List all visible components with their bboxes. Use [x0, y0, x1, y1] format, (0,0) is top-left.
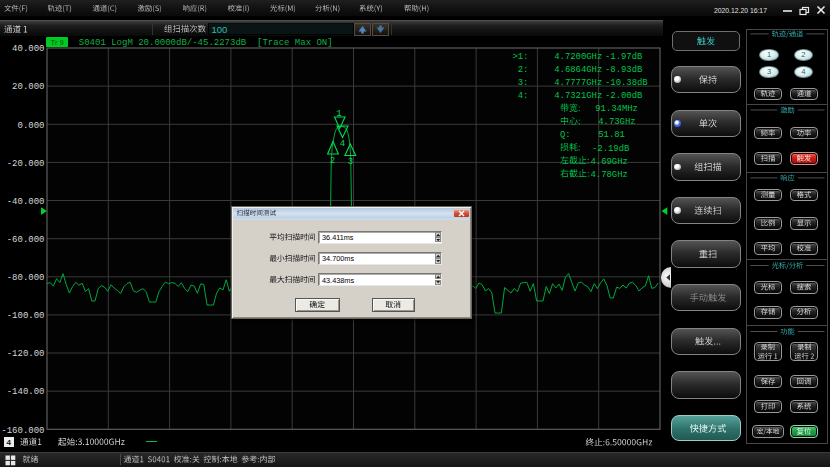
svg-text:-20.000: -20.000	[7, 159, 45, 169]
svg-text:20.000: 20.000	[12, 82, 44, 92]
svg-text:-1.97dB: -1.97dB	[605, 52, 642, 62]
svg-text:1: 1	[336, 109, 341, 119]
svg-text:-80.000: -80.000	[7, 273, 45, 283]
svg-text:91.34MHz: 91.34MHz	[595, 104, 638, 114]
svg-text:3:: 3:	[518, 78, 529, 88]
svg-text:4: 4	[340, 139, 345, 149]
svg-text:4.7200GHz: 4.7200GHz	[554, 52, 602, 62]
svg-text:4.78GHz: 4.78GHz	[591, 170, 628, 180]
svg-text:-140.00: -140.00	[7, 387, 45, 397]
svg-text:-120.00: -120.00	[7, 349, 45, 359]
svg-text:4.6864GHz: 4.6864GHz	[554, 65, 602, 75]
svg-text:2: 2	[330, 156, 335, 166]
svg-text:40.000: 40.000	[12, 44, 44, 54]
svg-text:4.73GHz: 4.73GHz	[598, 117, 635, 127]
svg-text:-100.00: -100.00	[7, 311, 45, 321]
svg-text:3: 3	[348, 157, 353, 167]
svg-text:51.81: 51.81	[598, 130, 625, 140]
svg-text:-8.93dB: -8.93dB	[605, 65, 642, 75]
svg-text:4.69GHz: 4.69GHz	[591, 157, 628, 167]
svg-text:2:: 2:	[518, 65, 529, 75]
svg-text:4.7777GHz: 4.7777GHz	[554, 78, 602, 88]
svg-text:-10.38dB: -10.38dB	[605, 78, 648, 88]
svg-text:-2.00dB: -2.00dB	[605, 91, 642, 101]
svg-text:Q:: Q:	[560, 130, 571, 140]
svg-text:-160.000: -160.000	[1, 426, 44, 436]
svg-text:4:: 4:	[518, 91, 529, 101]
svg-text:-2.19dB: -2.19dB	[592, 144, 629, 154]
svg-text:4.7321GHz: 4.7321GHz	[554, 91, 602, 101]
svg-text:0.000: 0.000	[17, 121, 44, 131]
svg-text:-40.000: -40.000	[7, 197, 45, 207]
svg-text:>1:: >1:	[512, 52, 528, 62]
svg-text:-60.000: -60.000	[7, 235, 45, 245]
